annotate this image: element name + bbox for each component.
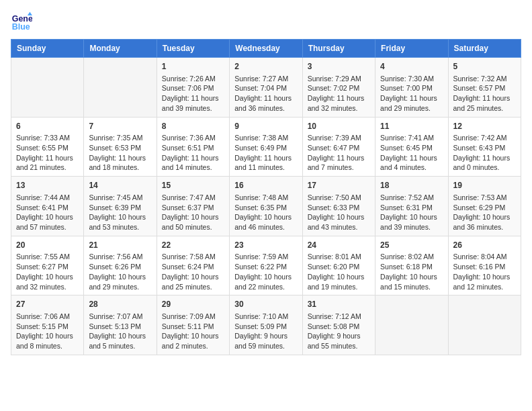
day-number: 31 — [308, 299, 370, 310]
day-info: Sunrise: 7:55 AMSunset: 6:27 PMDaylight:… — [16, 252, 79, 291]
day-info: Sunrise: 8:04 AMSunset: 6:16 PMDaylight:… — [453, 252, 516, 291]
day-info: Sunrise: 7:56 AMSunset: 6:26 PMDaylight:… — [89, 252, 151, 291]
day-number: 13 — [16, 180, 79, 191]
day-info: Sunrise: 7:58 AMSunset: 6:24 PMDaylight:… — [162, 252, 224, 291]
day-info: Sunrise: 7:48 AMSunset: 6:35 PMDaylight:… — [234, 193, 297, 232]
weekday-header-wednesday: Wednesday — [230, 40, 302, 58]
calendar-cell: 29Sunrise: 7:09 AMSunset: 5:11 PMDayligh… — [157, 295, 229, 355]
day-info: Sunrise: 7:06 AMSunset: 5:15 PMDaylight:… — [16, 312, 79, 351]
svg-text:Blue: Blue — [12, 22, 30, 32]
weekday-header-saturday: Saturday — [448, 40, 521, 58]
day-info: Sunrise: 7:07 AMSunset: 5:13 PMDaylight:… — [89, 312, 151, 351]
calendar-cell: 6Sunrise: 7:33 AMSunset: 6:55 PMDaylight… — [11, 117, 84, 177]
calendar-cell: 7Sunrise: 7:35 AMSunset: 6:53 PMDaylight… — [84, 117, 157, 177]
day-info: Sunrise: 7:39 AMSunset: 6:47 PMDaylight:… — [308, 133, 370, 173]
day-number: 6 — [16, 121, 79, 132]
day-number: 25 — [380, 240, 443, 251]
calendar-cell: 14Sunrise: 7:45 AMSunset: 6:39 PMDayligh… — [84, 177, 157, 236]
calendar-cell: 2Sunrise: 7:27 AMSunset: 7:04 PMDaylight… — [230, 58, 302, 118]
day-info: Sunrise: 7:12 AMSunset: 5:08 PMDaylight:… — [308, 312, 370, 351]
day-number: 19 — [453, 180, 516, 191]
calendar-cell: 4Sunrise: 7:30 AMSunset: 7:00 PMDaylight… — [375, 58, 448, 118]
calendar-cell: 12Sunrise: 7:42 AMSunset: 6:43 PMDayligh… — [448, 117, 521, 177]
day-number: 2 — [234, 61, 297, 73]
calendar-cell: 22Sunrise: 7:58 AMSunset: 6:24 PMDayligh… — [157, 236, 229, 295]
weekday-header-row: SundayMondayTuesdayWednesdayThursdayFrid… — [11, 40, 521, 58]
day-number: 10 — [308, 121, 370, 132]
calendar-cell: 26Sunrise: 8:04 AMSunset: 6:16 PMDayligh… — [448, 236, 521, 295]
day-info: Sunrise: 7:41 AMSunset: 6:45 PMDaylight:… — [380, 133, 443, 173]
day-info: Sunrise: 7:10 AMSunset: 5:09 PMDaylight:… — [234, 312, 297, 351]
day-info: Sunrise: 7:38 AMSunset: 6:49 PMDaylight:… — [234, 133, 297, 173]
week-row-2: 6Sunrise: 7:33 AMSunset: 6:55 PMDaylight… — [11, 117, 521, 177]
week-row-1: 1Sunrise: 7:26 AMSunset: 7:06 PMDaylight… — [11, 58, 521, 118]
day-number: 28 — [89, 299, 151, 310]
calendar-cell: 9Sunrise: 7:38 AMSunset: 6:49 PMDaylight… — [230, 117, 302, 177]
day-number: 17 — [308, 180, 370, 191]
weekday-header-thursday: Thursday — [302, 40, 375, 58]
day-info: Sunrise: 7:36 AMSunset: 6:51 PMDaylight:… — [162, 133, 224, 173]
calendar-cell: 25Sunrise: 8:02 AMSunset: 6:18 PMDayligh… — [375, 236, 448, 295]
day-info: Sunrise: 7:44 AMSunset: 6:41 PMDaylight:… — [16, 193, 79, 232]
day-info: Sunrise: 7:53 AMSunset: 6:29 PMDaylight:… — [453, 193, 516, 232]
day-info: Sunrise: 7:26 AMSunset: 7:06 PMDaylight:… — [162, 74, 224, 113]
calendar-cell: 27Sunrise: 7:06 AMSunset: 5:15 PMDayligh… — [11, 295, 84, 355]
day-number: 3 — [308, 61, 370, 73]
day-number: 16 — [234, 180, 297, 191]
calendar-cell: 30Sunrise: 7:10 AMSunset: 5:09 PMDayligh… — [230, 295, 302, 355]
calendar-cell: 3Sunrise: 7:29 AMSunset: 7:02 PMDaylight… — [302, 58, 375, 118]
day-number: 27 — [16, 299, 79, 310]
day-number: 22 — [162, 240, 224, 251]
calendar-body: 1Sunrise: 7:26 AMSunset: 7:06 PMDaylight… — [11, 58, 521, 355]
day-number: 12 — [453, 121, 516, 132]
day-info: Sunrise: 7:35 AMSunset: 6:53 PMDaylight:… — [89, 133, 151, 173]
day-number: 5 — [453, 61, 516, 73]
calendar-cell: 20Sunrise: 7:55 AMSunset: 6:27 PMDayligh… — [11, 236, 84, 295]
week-row-5: 27Sunrise: 7:06 AMSunset: 5:15 PMDayligh… — [11, 295, 521, 355]
day-number: 14 — [89, 180, 151, 191]
calendar-cell: 21Sunrise: 7:56 AMSunset: 6:26 PMDayligh… — [84, 236, 157, 295]
calendar-cell: 8Sunrise: 7:36 AMSunset: 6:51 PMDaylight… — [157, 117, 229, 177]
day-number: 8 — [162, 121, 224, 132]
day-info: Sunrise: 7:47 AMSunset: 6:37 PMDaylight:… — [162, 193, 224, 232]
day-number: 4 — [380, 61, 443, 73]
weekday-header-friday: Friday — [375, 40, 448, 58]
day-info: Sunrise: 7:30 AMSunset: 7:00 PMDaylight:… — [380, 74, 443, 113]
calendar-cell: 18Sunrise: 7:52 AMSunset: 6:31 PMDayligh… — [375, 177, 448, 236]
calendar-cell: 24Sunrise: 8:01 AMSunset: 6:20 PMDayligh… — [302, 236, 375, 295]
day-number: 1 — [162, 61, 224, 73]
day-info: Sunrise: 8:01 AMSunset: 6:20 PMDaylight:… — [308, 252, 370, 291]
week-row-4: 20Sunrise: 7:55 AMSunset: 6:27 PMDayligh… — [11, 236, 521, 295]
calendar-cell: 17Sunrise: 7:50 AMSunset: 6:33 PMDayligh… — [302, 177, 375, 236]
calendar-cell: 1Sunrise: 7:26 AMSunset: 7:06 PMDaylight… — [157, 58, 229, 118]
calendar-cell: 11Sunrise: 7:41 AMSunset: 6:45 PMDayligh… — [375, 117, 448, 177]
weekday-header-sunday: Sunday — [11, 40, 84, 58]
day-info: Sunrise: 7:33 AMSunset: 6:55 PMDaylight:… — [16, 133, 79, 173]
calendar-cell: 13Sunrise: 7:44 AMSunset: 6:41 PMDayligh… — [11, 177, 84, 236]
logo: General Blue — [11, 11, 35, 32]
weekday-header-monday: Monday — [84, 40, 157, 58]
logo-icon: General Blue — [11, 11, 32, 32]
day-info: Sunrise: 8:02 AMSunset: 6:18 PMDaylight:… — [380, 252, 443, 291]
day-number: 11 — [380, 121, 443, 132]
calendar-cell: 16Sunrise: 7:48 AMSunset: 6:35 PMDayligh… — [230, 177, 302, 236]
day-info: Sunrise: 7:59 AMSunset: 6:22 PMDaylight:… — [234, 252, 297, 291]
weekday-header-tuesday: Tuesday — [157, 40, 229, 58]
day-info: Sunrise: 7:52 AMSunset: 6:31 PMDaylight:… — [380, 193, 443, 232]
day-info: Sunrise: 7:09 AMSunset: 5:11 PMDaylight:… — [162, 312, 224, 351]
calendar-cell — [375, 295, 448, 355]
day-number: 20 — [16, 240, 79, 251]
day-info: Sunrise: 7:29 AMSunset: 7:02 PMDaylight:… — [308, 74, 370, 113]
calendar-cell: 31Sunrise: 7:12 AMSunset: 5:08 PMDayligh… — [302, 295, 375, 355]
calendar-cell: 10Sunrise: 7:39 AMSunset: 6:47 PMDayligh… — [302, 117, 375, 177]
calendar-table: SundayMondayTuesdayWednesdayThursdayFrid… — [11, 39, 521, 355]
day-number: 24 — [308, 240, 370, 251]
calendar-cell — [448, 295, 521, 355]
week-row-3: 13Sunrise: 7:44 AMSunset: 6:41 PMDayligh… — [11, 177, 521, 236]
day-number: 30 — [234, 299, 297, 310]
calendar-cell — [84, 58, 157, 118]
day-info: Sunrise: 7:50 AMSunset: 6:33 PMDaylight:… — [308, 193, 370, 232]
calendar-cell — [11, 58, 84, 118]
page-header: General Blue — [11, 11, 521, 32]
day-number: 23 — [234, 240, 297, 251]
